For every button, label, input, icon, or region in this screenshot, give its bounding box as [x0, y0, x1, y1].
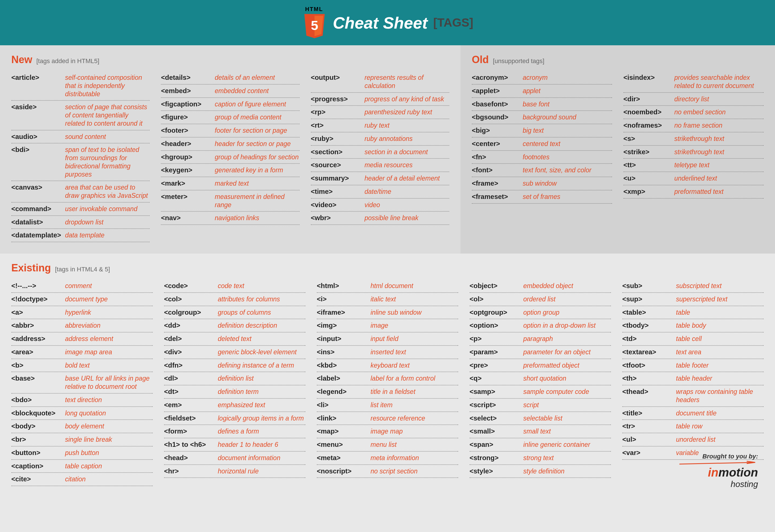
tag-entry: <tbody>table body: [622, 319, 764, 333]
tag-name: <p>: [470, 335, 523, 343]
tag-entry: <code>code text: [164, 280, 305, 293]
section-existing: Existing [tags in HTML4 & 5] <!--...-->c…: [0, 253, 775, 497]
tag-name: <code>: [164, 282, 218, 290]
tag-desc: citation: [65, 475, 86, 483]
tag-name: <bdo>: [11, 396, 65, 404]
tag-desc: group of media content: [215, 113, 281, 121]
tag-entry: <kbd>keyboard text: [317, 359, 458, 372]
tag-entry: <dt>definition term: [164, 386, 305, 399]
tag-desc: deleted text: [218, 335, 251, 343]
tag-entry: <label>label for a form control: [317, 372, 458, 386]
tag-entry: <li>list item: [317, 399, 458, 412]
tag-desc: script: [523, 401, 539, 409]
tag-entry: <small>small text: [470, 425, 611, 438]
tag-name: <strong>: [470, 454, 523, 462]
tag-desc: navigation links: [215, 214, 259, 222]
tag-name: <body>: [11, 422, 65, 430]
tag-entry: <dir>directory list: [623, 93, 764, 106]
tag-desc: abbreviation: [65, 322, 100, 330]
tag-entry: <summary>header of a detail element: [311, 172, 449, 185]
column: <code>code text<col>attributes for colum…: [164, 280, 305, 486]
section-title: New: [11, 54, 32, 65]
column: <isindex>provides searchable index relat…: [623, 71, 764, 204]
tag-entry: <pre>preformatted object: [470, 359, 611, 372]
tag-entry: <object>embedded object: [470, 280, 611, 293]
old-columns: <acronym>acronym<applet>applet<basefont>…: [472, 71, 764, 204]
tag-entry: <tt>teletype text: [623, 159, 764, 172]
tag-name: <meter>: [161, 193, 215, 201]
tag-entry: <rt>ruby text: [311, 119, 449, 132]
tag-name: <ul>: [622, 436, 676, 443]
tag-desc: possible line break: [364, 214, 419, 222]
tag-entry: <footer>footer for section or page: [161, 124, 299, 137]
section-new: New [tags added in HTML5] <article>self-…: [0, 45, 461, 253]
tag-desc: table header: [676, 374, 712, 383]
column: <html>html document<i>italic text<iframe…: [317, 280, 458, 486]
tag-entry: <noembed>no embed section: [623, 106, 764, 119]
tag-entry: <col>attributes for columns: [164, 293, 305, 306]
tag-name: <mark>: [161, 179, 215, 187]
tag-name: <fn>: [472, 153, 523, 161]
tag-name: <datatemplate>: [11, 231, 65, 239]
tag-name: <li>: [317, 401, 370, 409]
section-subtitle: [tags in HTML4 & 5]: [55, 266, 110, 273]
tag-name: <center>: [472, 140, 523, 148]
tag-name: <tbody>: [622, 322, 676, 330]
tag-desc: inserted text: [370, 348, 406, 356]
tag-desc: text font, size, and color: [523, 166, 592, 174]
tag-desc: ruby annotations: [364, 135, 413, 143]
tag-entry: <sub>subscripted text: [622, 280, 764, 293]
tag-desc: option in a drop-down list: [523, 322, 596, 330]
tag-entry: <datatemplate>data template: [11, 229, 150, 242]
tag-entry: <figure>group of media content: [161, 111, 299, 124]
tag-entry: <form>defines a form: [164, 425, 305, 438]
column: <output>represents results of calculatio…: [311, 71, 449, 242]
tag-desc: attributes for columns: [218, 295, 280, 303]
tag-name: <script>: [470, 401, 523, 409]
tag-desc: document type: [65, 295, 108, 303]
tag-name: <!doctype>: [11, 295, 65, 303]
tag-desc: provides searchable index related to cur…: [674, 74, 764, 90]
tag-entry: <tfoot>table footer: [622, 359, 764, 372]
tag-name: <font>: [472, 166, 523, 174]
tag-desc: data template: [65, 231, 104, 239]
tag-name: <blockquote>: [11, 409, 65, 417]
tag-name: <object>: [470, 282, 523, 290]
tag-entry: <progress>progress of any kind of task: [311, 93, 449, 106]
tag-desc: document title: [676, 409, 716, 417]
tag-entry: <bgsound>background sound: [472, 111, 612, 124]
tag-desc: generated key in a form: [215, 166, 283, 174]
tag-name: <kbd>: [317, 361, 370, 369]
tag-entry: <details>details of an element: [161, 71, 299, 85]
section-existing-heading: Existing [tags in HTML4 & 5]: [11, 262, 764, 274]
column: <details>details of an element<embed>emb…: [161, 71, 299, 242]
tag-desc: group of headings for section: [215, 153, 299, 161]
tag-name: <title>: [622, 409, 676, 417]
tag-entry: <sup>superscripted text: [622, 293, 764, 306]
shield-icon: 5: [302, 13, 327, 38]
tag-entry: <!doctype>document type: [11, 293, 153, 306]
tag-desc: comment: [65, 282, 92, 290]
tag-name: <meta>: [317, 454, 370, 462]
tag-desc: header 1 to header 6: [218, 441, 278, 449]
tag-desc: text area: [676, 348, 701, 356]
tag-entry: <optgroup>option group: [470, 306, 611, 320]
column: <!--...-->comment<!doctype>document type…: [11, 280, 153, 486]
tag-name: <form>: [164, 427, 218, 435]
tag-desc: self-contained composition that is indep…: [65, 74, 150, 98]
tag-entry: <tr>table row: [622, 420, 764, 433]
tag-entry: <source>media resources: [311, 159, 449, 172]
tag-name: <tr>: [622, 422, 676, 430]
tag-name: <source>: [311, 161, 364, 169]
tag-name: <var>: [622, 449, 676, 457]
tag-entry: <title>document title: [622, 407, 764, 420]
tag-name: <frame>: [472, 179, 523, 187]
badge-label: HTML: [305, 6, 323, 12]
tag-desc: single line break: [65, 436, 112, 444]
tag-entry: <option>option in a drop-down list: [470, 319, 611, 333]
tag-name: <tt>: [623, 161, 674, 169]
tag-entry: <del>deleted text: [164, 333, 305, 346]
tag-entry: <td>table cell: [622, 333, 764, 346]
tag-name: <rt>: [311, 121, 364, 129]
brand-part-in: in: [708, 466, 718, 479]
